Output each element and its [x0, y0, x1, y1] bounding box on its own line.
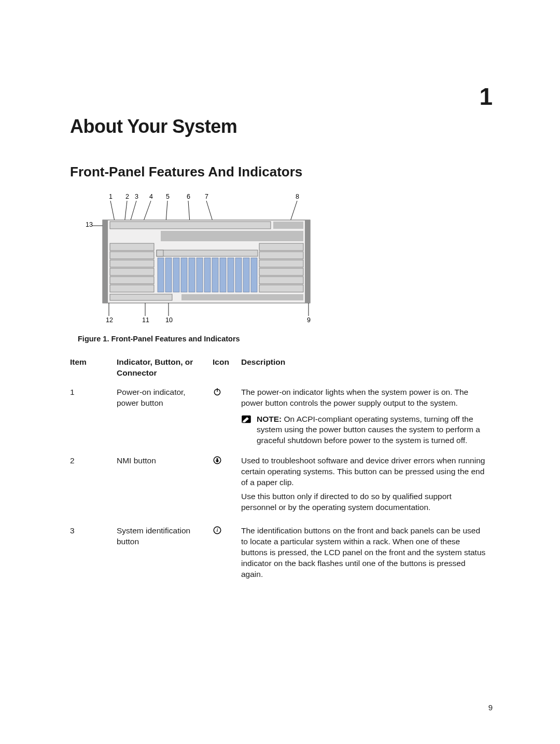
th-description: Description [241, 355, 493, 384]
cell-item: 1 [70, 384, 117, 453]
table-row: 1 Power-on indicator, power button The p… [70, 384, 493, 453]
svg-rect-38 [228, 258, 234, 292]
svg-line-7 [290, 201, 297, 221]
section-heading: Front-Panel Features And Indicators [70, 163, 493, 181]
svg-text:i: i [217, 528, 218, 533]
th-indicator: Indicator, Button, or Connector [117, 355, 213, 384]
callout-11: 11 [142, 316, 149, 324]
callout-5: 5 [166, 193, 170, 200]
svg-rect-37 [220, 258, 226, 292]
nmi-icon [213, 456, 222, 465]
callout-12: 12 [106, 316, 113, 324]
callout-8: 8 [296, 193, 299, 200]
cell-indicator: NMI button [117, 452, 213, 522]
desc-text-2: Use this button only if directed to do s… [241, 491, 487, 513]
callout-7: 7 [205, 193, 208, 200]
svg-rect-23 [259, 260, 303, 267]
svg-rect-31 [173, 258, 179, 292]
svg-rect-18 [110, 268, 154, 275]
svg-line-4 [166, 201, 167, 223]
note-text: NOTE: On ACPI-compliant operating system… [257, 414, 487, 447]
features-table: Item Indicator, Button, or Connector Ico… [70, 355, 493, 589]
svg-rect-40 [243, 258, 249, 292]
cell-indicator: Power-on indicator, power button [117, 384, 213, 453]
cell-description: The identification buttons on the front … [241, 522, 493, 589]
callout-9: 9 [307, 316, 311, 324]
svg-rect-30 [165, 258, 172, 292]
svg-rect-24 [259, 268, 303, 275]
cell-description: Used to troubleshoot software and device… [241, 452, 493, 522]
note-body: On ACPI-compliant operating systems, tur… [257, 415, 480, 445]
svg-rect-17 [110, 260, 154, 267]
callout-6: 6 [187, 193, 190, 200]
page-title: About Your System [70, 114, 493, 140]
svg-rect-11 [305, 220, 310, 303]
svg-rect-21 [259, 243, 303, 251]
svg-rect-34 [197, 258, 203, 292]
svg-rect-43 [181, 294, 303, 300]
callout-4: 4 [149, 193, 153, 200]
svg-rect-15 [110, 243, 154, 251]
note-block: NOTE: On ACPI-compliant operating system… [241, 414, 487, 447]
svg-rect-28 [157, 250, 163, 256]
svg-line-6 [206, 201, 213, 221]
svg-rect-16 [110, 252, 154, 259]
svg-rect-39 [235, 258, 242, 292]
svg-rect-13 [273, 222, 303, 229]
desc-text: The power-on indicator lights when the s… [241, 387, 487, 409]
desc-text: Used to troubleshoot software and device… [241, 456, 487, 488]
svg-rect-42 [110, 294, 172, 300]
power-icon [213, 387, 222, 396]
th-icon: Icon [213, 355, 241, 384]
svg-rect-33 [189, 258, 195, 292]
svg-rect-19 [110, 277, 154, 284]
svg-rect-27 [157, 250, 258, 256]
svg-rect-36 [212, 258, 218, 292]
callout-1: 1 [109, 193, 113, 200]
chapter-number: 1 [479, 80, 493, 113]
callout-2: 2 [125, 193, 129, 200]
cell-indicator: System identification button [117, 522, 213, 589]
svg-rect-26 [259, 285, 303, 292]
page-number: 9 [488, 702, 493, 713]
front-panel-svg: 1 2 3 4 5 6 7 8 13 [78, 191, 324, 326]
figure-caption: Figure 1. Front-Panel Features and Indic… [78, 334, 493, 345]
cell-description: The power-on indicator lights when the s… [241, 384, 493, 453]
cell-icon [213, 384, 241, 453]
figure-front-panel: 1 2 3 4 5 6 7 8 13 [78, 191, 493, 345]
cell-item: 3 [70, 522, 117, 589]
svg-rect-20 [110, 285, 154, 292]
table-row: 3 System identification button i The ide… [70, 522, 493, 589]
svg-rect-41 [251, 258, 257, 292]
svg-rect-29 [158, 258, 164, 292]
id-icon: i [213, 526, 222, 535]
svg-line-5 [188, 201, 190, 223]
note-label: NOTE: [257, 415, 282, 423]
svg-rect-35 [204, 258, 211, 292]
cell-icon [213, 452, 241, 522]
cell-item: 2 [70, 452, 117, 522]
note-icon [241, 415, 251, 423]
svg-rect-22 [259, 252, 303, 259]
svg-rect-14 [161, 231, 303, 241]
svg-rect-32 [181, 258, 187, 292]
callout-10: 10 [165, 316, 173, 324]
th-item: Item [70, 355, 117, 384]
svg-rect-12 [110, 222, 271, 229]
callout-3: 3 [135, 193, 138, 200]
svg-rect-25 [259, 277, 303, 284]
cell-icon: i [213, 522, 241, 589]
table-row: 2 NMI button Used to troubleshoot softwa… [70, 452, 493, 522]
svg-rect-10 [103, 220, 108, 303]
desc-text: The identification buttons on the front … [241, 526, 487, 580]
callout-13: 13 [86, 221, 93, 228]
